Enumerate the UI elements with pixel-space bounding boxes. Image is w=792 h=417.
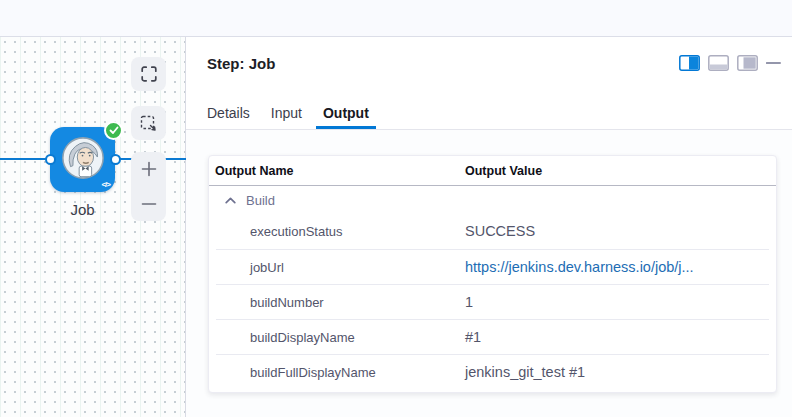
jenkins-logo-icon bbox=[60, 135, 106, 185]
panel-view-controls bbox=[679, 55, 781, 71]
screen: </> Job bbox=[0, 0, 792, 417]
output-name: buildNumber bbox=[250, 285, 324, 320]
check-icon bbox=[109, 126, 119, 135]
output-table: Output Name Output Value Build execution… bbox=[208, 155, 777, 393]
chevron-up-icon[interactable] bbox=[225, 197, 236, 204]
plus-icon bbox=[141, 161, 157, 177]
table-row: jobUrl https://jenkins.dev.harness.io/jo… bbox=[216, 249, 769, 284]
zoom-out-button[interactable] bbox=[131, 187, 166, 222]
split-right-view-icon[interactable] bbox=[679, 55, 700, 71]
success-check-badge bbox=[104, 121, 123, 140]
table-row: buildDisplayName #1 bbox=[216, 319, 769, 354]
output-value: SUCCESS bbox=[465, 214, 535, 249]
node-port-left[interactable] bbox=[45, 154, 56, 165]
marquee-select-button[interactable] bbox=[131, 106, 166, 140]
page-title: Step: Job bbox=[207, 55, 275, 72]
node-label: Job bbox=[40, 201, 125, 218]
tab-input[interactable]: Input bbox=[264, 99, 309, 129]
marquee-select-icon bbox=[140, 115, 157, 132]
node-port-right[interactable] bbox=[110, 154, 121, 165]
output-value: #1 bbox=[465, 320, 481, 355]
code-icon: </> bbox=[101, 180, 110, 189]
table-header: Output Name Output Value bbox=[209, 156, 776, 186]
tab-details[interactable]: Details bbox=[200, 99, 257, 129]
job-url-link[interactable]: https://jenkins.dev.harness.io/job/j... bbox=[465, 250, 694, 285]
table-row: buildNumber 1 bbox=[216, 284, 769, 319]
output-name: buildFullDisplayName bbox=[250, 355, 376, 390]
fullscreen-icon bbox=[141, 66, 157, 82]
column-header-output-value: Output Value bbox=[465, 156, 542, 186]
step-detail-panel: Step: Job bbox=[186, 37, 792, 417]
output-value: 1 bbox=[465, 285, 473, 320]
group-row-build[interactable]: Build bbox=[209, 186, 776, 214]
column-header-output-name: Output Name bbox=[215, 156, 293, 186]
group-label: Build bbox=[246, 193, 275, 208]
output-name: buildDisplayName bbox=[250, 320, 355, 355]
fullscreen-button[interactable] bbox=[131, 57, 166, 91]
job-step-node[interactable]: </> bbox=[50, 127, 115, 192]
output-name: executionStatus bbox=[250, 214, 343, 249]
table-body: executionStatus SUCCESS jobUrl https://j… bbox=[216, 214, 769, 392]
table-row: buildFullDisplayName jenkins_git_test #1 bbox=[216, 354, 769, 392]
output-tab-content: Output Name Output Value Build execution… bbox=[186, 130, 792, 417]
output-value: jenkins_git_test #1 bbox=[465, 355, 585, 390]
top-bar bbox=[0, 0, 792, 37]
tab-bar: Details Input Output bbox=[186, 99, 792, 130]
split-bottom-view-icon[interactable] bbox=[708, 55, 729, 71]
table-row: executionStatus SUCCESS bbox=[216, 214, 769, 249]
minimize-icon[interactable] bbox=[766, 55, 781, 71]
minus-icon bbox=[141, 196, 157, 212]
tab-output[interactable]: Output bbox=[316, 99, 376, 129]
output-name: jobUrl bbox=[250, 250, 284, 285]
zoom-in-button[interactable] bbox=[131, 152, 166, 187]
zoom-controls bbox=[131, 152, 166, 221]
pipeline-canvas[interactable]: </> Job bbox=[0, 37, 186, 417]
overlay-view-icon[interactable] bbox=[737, 55, 758, 71]
